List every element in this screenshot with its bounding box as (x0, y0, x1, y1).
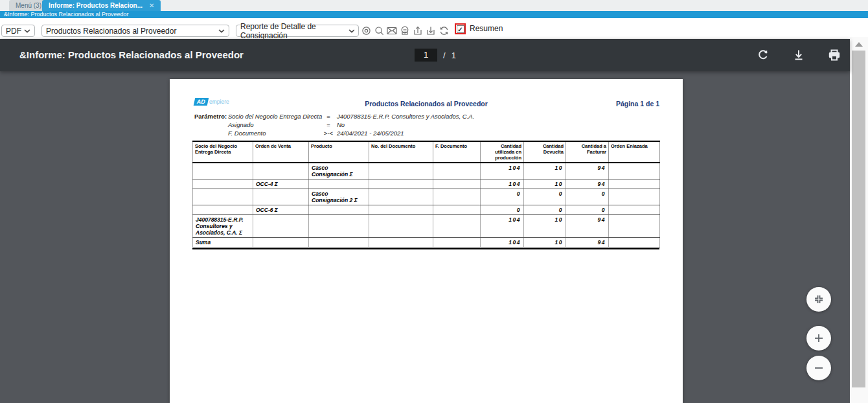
fit-page-button[interactable] (806, 287, 831, 312)
cell-socio: Suma (193, 238, 253, 248)
param-name: Socio del Negocio Entrega Directa (228, 113, 322, 120)
cell-socio (193, 189, 253, 205)
archive-icon[interactable] (400, 25, 410, 36)
column-header: Socio del Negocio Entrega Directa (193, 141, 253, 163)
param-op: = (320, 121, 337, 128)
download-icon[interactable] (426, 25, 436, 36)
page-input[interactable]: 1 (415, 49, 437, 62)
table-row: OCC-4 Σ 104 10 94 (193, 179, 660, 189)
pdf-page: AD empiere Productos Relacionados al Pro… (170, 79, 683, 403)
scrollbar-thumb[interactable] (852, 51, 865, 387)
page-navigation: 1 / 1 (415, 39, 456, 71)
mail-icon[interactable] (387, 25, 397, 36)
param-value: No (337, 121, 345, 128)
chevron-down-icon (348, 29, 354, 33)
cell-devuelta: 10 (524, 163, 566, 179)
print-icon[interactable] (828, 49, 841, 62)
cell-enlazada (609, 238, 660, 248)
summary-checkbox[interactable]: ✓ (457, 25, 464, 33)
cell-devuelta: 10 (524, 215, 566, 238)
cell-f-doc (433, 163, 481, 179)
download-icon[interactable] (792, 49, 805, 62)
breadcrumb-text: &Informe: Productos Relacionados al Prov… (4, 11, 129, 17)
column-header: Cantidad a Facturar (566, 141, 609, 163)
format-select-value: PDF (6, 27, 21, 36)
table-bottom-rule (192, 248, 659, 249)
cell-producto: Casco Consignación 2 Σ (309, 189, 369, 205)
cell-producto (309, 179, 369, 189)
zoom-out-button[interactable] (806, 356, 831, 380)
column-header: Orden de Venta (253, 141, 309, 163)
report-toolbar: PDF Productos Relacionados al Proveedor … (0, 18, 868, 39)
cell-no-doc (369, 179, 433, 189)
cell-no-doc (369, 238, 433, 248)
cell-devuelta: 10 (524, 179, 566, 189)
viewer-actions (757, 39, 841, 71)
cell-orden: OCC-6 Σ (253, 205, 309, 215)
pdf-viewer-header: &Informe: Productos Relacionados al Prov… (0, 39, 850, 71)
breadcrumb: &Informe: Productos Relacionados al Prov… (0, 11, 868, 18)
search-icon[interactable] (374, 25, 384, 36)
cell-orden: OCC-4 Σ (253, 179, 309, 189)
page-separator: / (443, 51, 446, 60)
column-header: F. Documento (433, 141, 481, 163)
report-select[interactable]: Productos Relacionados al Proveedor (41, 25, 229, 37)
chevron-down-icon (24, 29, 30, 33)
cell-no-doc (369, 163, 433, 179)
param-value: 24/04/2021 - 24/05/2021 (337, 130, 404, 137)
close-icon[interactable]: ✕ (149, 0, 154, 11)
cell-no-doc (369, 205, 433, 215)
column-header: Cantidad utilizada en producción (481, 141, 524, 163)
cell-no-doc (369, 189, 433, 205)
cell-facturar: 94 (566, 179, 609, 189)
cell-enlazada (609, 215, 660, 238)
cell-orden (253, 189, 309, 205)
param-name: F. Documento (228, 130, 266, 137)
table-row-suma: Suma 104 10 94 (193, 238, 660, 248)
export-icon[interactable] (413, 25, 423, 36)
report-table: Socio del Negocio Entrega Directa Orden … (192, 141, 660, 248)
cell-orden (253, 238, 309, 248)
column-header: Orden Enlazada (609, 141, 660, 163)
cell-f-doc (433, 238, 481, 248)
page-total: 1 (451, 51, 456, 60)
cell-facturar: 0 (566, 189, 609, 205)
scroll-up-arrow-icon[interactable] (855, 42, 863, 47)
report-select-value: Productos Relacionados al Proveedor (46, 27, 176, 36)
cell-facturar: 94 (566, 215, 609, 238)
cell-enlazada (609, 179, 660, 189)
report-title: Productos Relacionados al Proveedor (170, 100, 683, 108)
parameter-label: Parámetro: (194, 113, 227, 120)
format-select[interactable]: PDF (1, 25, 35, 37)
cell-producto (309, 238, 369, 248)
scrollbar[interactable] (850, 37, 868, 403)
column-header: Cantidad Devuelta (524, 141, 566, 163)
print-format-select[interactable]: Reporte de Detalle de Consignación (236, 25, 359, 37)
refresh-icon[interactable] (439, 25, 449, 36)
table-row: OCC-6 Σ 0 0 0 (193, 205, 660, 215)
pdf-canvas: AD empiere Productos Relacionados al Pro… (0, 71, 850, 403)
tab-report-active[interactable]: Informe: Productos Relacion... ✕ (42, 0, 161, 11)
cell-utilizada: 104 (481, 215, 524, 238)
cell-f-doc (433, 179, 481, 189)
cell-utilizada: 104 (481, 238, 524, 248)
rotate-icon[interactable] (757, 49, 770, 62)
process-icon[interactable] (361, 25, 371, 36)
cell-facturar: 94 (566, 238, 609, 248)
cell-f-doc (433, 205, 481, 215)
report-page-info: Página 1 de 1 (616, 100, 659, 108)
table-row: J400788315-E.R.P. Consultores y Asociado… (193, 215, 660, 238)
cell-producto: Casco Consignación Σ (309, 163, 369, 179)
cell-socio (193, 163, 253, 179)
cell-devuelta: 0 (524, 205, 566, 215)
param-op: = (320, 113, 337, 120)
table-row: Casco Consignación Σ 104 10 94 (193, 163, 660, 179)
cell-producto (309, 205, 369, 215)
param-op: >-< (320, 130, 337, 137)
zoom-in-button[interactable] (806, 326, 831, 351)
tab-menu-label: Menú (3) (16, 2, 41, 9)
summary-label: Resumen (470, 23, 503, 34)
cell-enlazada (609, 163, 660, 179)
table-row: Casco Consignación 2 Σ 0 0 0 (193, 189, 660, 205)
cell-orden (253, 215, 309, 238)
